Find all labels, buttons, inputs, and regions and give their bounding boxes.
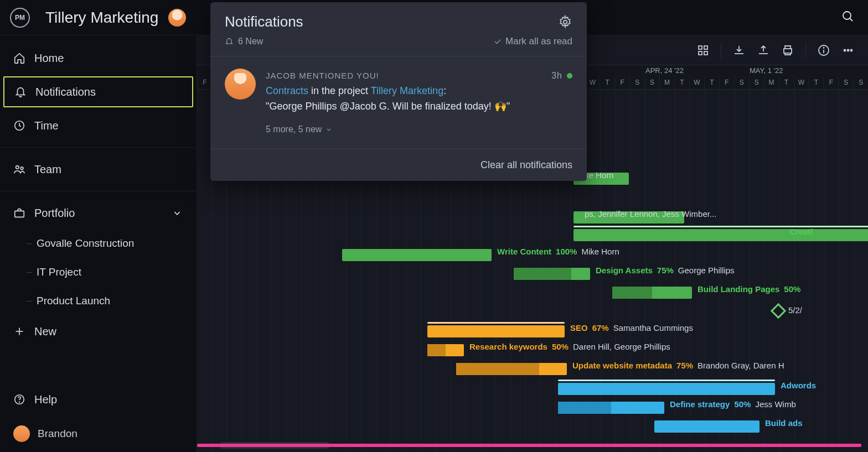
nav-label: Home xyxy=(34,52,64,65)
gantt-bar[interactable] xyxy=(612,287,692,299)
svg-point-20 xyxy=(851,49,852,51)
gantt-bar[interactable] xyxy=(197,444,861,447)
chevron-down-icon xyxy=(325,126,333,133)
gantt-task-row[interactable]: Build ads xyxy=(197,417,868,436)
gantt-bar[interactable] xyxy=(574,229,868,241)
task-label: ke Horn xyxy=(585,170,614,180)
svg-rect-13 xyxy=(704,51,707,55)
mark-all-label: Mark all as read xyxy=(505,36,572,47)
portfolio-item-product-launch[interactable]: Product Launch xyxy=(0,287,197,315)
share-icon[interactable] xyxy=(757,44,770,57)
gear-icon[interactable] xyxy=(558,15,572,29)
nav-home[interactable]: Home xyxy=(0,42,197,74)
task-label: Adwords xyxy=(781,381,816,390)
gantt-bar[interactable] xyxy=(654,420,760,433)
svg-rect-14 xyxy=(784,49,792,53)
divider xyxy=(0,191,197,191)
day-cell: T xyxy=(704,76,719,89)
notif-count-label: 6 New xyxy=(238,37,263,46)
milestone-icon[interactable] xyxy=(771,303,786,319)
gantt-bar[interactable] xyxy=(514,268,590,280)
nav-team[interactable]: Team xyxy=(0,153,197,185)
divider xyxy=(0,147,197,148)
month-label: APR, 24 '22 xyxy=(645,66,684,75)
gantt-task-row[interactable]: Build Landing Pages 50% xyxy=(197,283,868,302)
app-logo[interactable]: PM xyxy=(10,8,30,28)
day-cell: F xyxy=(197,76,212,89)
nav-label: Portfolio xyxy=(34,207,75,220)
gantt-task-row[interactable]: Adwords xyxy=(197,380,868,398)
nav-time[interactable]: Time xyxy=(0,110,197,142)
gantt-bar[interactable] xyxy=(342,249,492,261)
portfolio-item-it[interactable]: IT Project xyxy=(0,258,197,287)
gantt-task-row[interactable]: Update website metadata 75% Brandon Gray… xyxy=(197,360,868,378)
divider xyxy=(721,43,721,58)
more-icon[interactable] xyxy=(841,44,855,57)
clock-icon xyxy=(13,120,25,132)
briefcase-icon xyxy=(13,207,25,219)
nav-help[interactable]: Help xyxy=(0,383,197,415)
task-label: SEO 67% Samantha Cummings xyxy=(570,323,693,332)
day-cell: F xyxy=(823,76,838,89)
notif-link-project[interactable]: Tillery Marketing xyxy=(371,85,443,96)
notif-subheader: 6 New Mark all as read xyxy=(210,36,587,56)
gantt-task-row[interactable]: 5/2/ xyxy=(197,302,868,321)
month-label: MAY, 1 '22 xyxy=(750,66,783,75)
notification-item[interactable]: JACOB MENTIONED YOU! 3h Contracts in the… xyxy=(210,56,587,149)
notifications-panel: Notifications 6 New Mark all as read JAC… xyxy=(210,2,587,181)
nav-label: Notifications xyxy=(35,86,96,98)
clear-all-button[interactable]: Clear all notifications xyxy=(210,149,587,181)
notif-text: in the project xyxy=(308,85,371,96)
gantt-task-row[interactable] xyxy=(197,436,868,452)
gantt-bar[interactable] xyxy=(427,325,565,337)
nav-new[interactable]: New xyxy=(0,315,197,347)
svg-point-3 xyxy=(16,166,19,169)
day-cell: S xyxy=(749,76,764,89)
day-cell: M xyxy=(659,76,674,89)
gantt-task-row[interactable]: Creati xyxy=(197,226,868,245)
day-cell: S xyxy=(838,76,853,89)
notif-link-contracts[interactable]: Contracts xyxy=(266,85,308,96)
user-avatar-top[interactable] xyxy=(168,9,186,27)
notif-time-label: 3h xyxy=(551,69,562,83)
day-cell: F xyxy=(719,76,734,89)
nav-label: Time xyxy=(34,120,59,132)
search-icon[interactable] xyxy=(841,10,855,23)
gantt-bar[interactable] xyxy=(456,363,567,375)
day-cell: S xyxy=(629,76,644,89)
gantt-task-row[interactable]: Define strategy 50% Jess Wimb xyxy=(197,398,868,417)
gantt-bar[interactable] xyxy=(558,383,775,395)
day-cell: S xyxy=(644,76,659,89)
svg-point-0 xyxy=(843,12,851,19)
gantt-task-row[interactable]: Write Content 100% Mike Horn xyxy=(197,246,868,264)
task-label: Creati xyxy=(789,227,813,236)
grid-icon[interactable] xyxy=(696,44,710,57)
download-icon[interactable] xyxy=(732,44,746,57)
notif-avatar xyxy=(225,69,256,100)
notif-expand-more[interactable]: 5 more, 5 new xyxy=(266,122,572,137)
gantt-task-row[interactable]: Design Assets 75% George Phillips xyxy=(197,264,868,283)
notif-header: Notifications xyxy=(210,2,587,36)
nav-portfolio[interactable]: Portfolio xyxy=(0,197,197,229)
task-label: Define strategy 50% Jess Wimb xyxy=(670,399,796,409)
bell-icon xyxy=(14,86,27,98)
svg-rect-10 xyxy=(699,46,702,49)
gantt-task-row[interactable]: Research keywords 50% Daren Hill, George… xyxy=(197,341,868,360)
mark-all-read-button[interactable]: Mark all as read xyxy=(493,36,572,47)
gantt-task-row[interactable]: SEO 67% Samantha Cummings xyxy=(197,322,868,341)
bell-icon xyxy=(225,37,234,46)
gantt-task-row[interactable]: ps, Jennifer Lennon, Jess Wimber... xyxy=(197,208,868,227)
gantt-bar[interactable] xyxy=(427,344,464,356)
user-avatar-icon xyxy=(13,425,30,442)
notif-heading-row: JACOB MENTIONED YOU! 3h xyxy=(266,69,572,83)
gantt-bar[interactable] xyxy=(558,402,664,414)
sidebar-bottom: Help Brandon xyxy=(0,383,197,452)
task-label: Update website metadata 75% Brandon Gray… xyxy=(572,361,784,370)
day-cell: T xyxy=(808,76,823,89)
info-icon[interactable] xyxy=(817,44,830,57)
sidebar-user-row[interactable]: Brandon xyxy=(0,415,197,452)
sidebar-user-name: Brandon xyxy=(38,428,78,440)
print-icon[interactable] xyxy=(781,44,794,57)
nav-notifications[interactable]: Notifications xyxy=(3,76,193,107)
portfolio-item-govalle[interactable]: Govalle Construction xyxy=(0,229,197,258)
